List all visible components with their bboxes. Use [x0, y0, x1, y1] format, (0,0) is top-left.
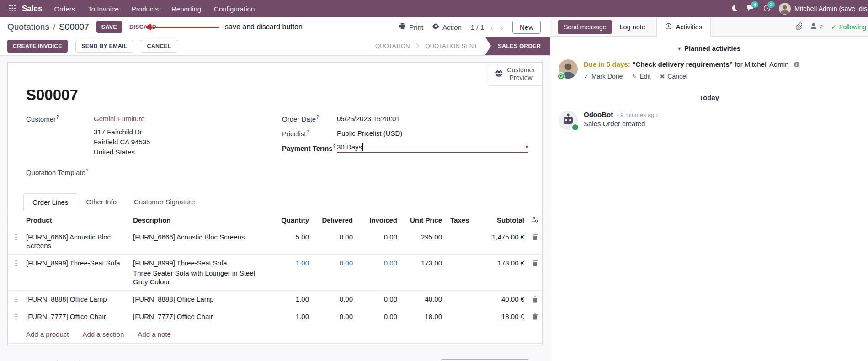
message-author[interactable]: OdooBot — [584, 111, 613, 118]
new-record-button[interactable]: New — [512, 21, 541, 34]
order-line-row[interactable]: [FURN_7777] Office Chair [FURN_7777] Off… — [8, 308, 542, 325]
description-cell[interactable]: [FURN_8999] Three-Seat SofaThree Seater … — [133, 259, 269, 286]
header-quantity[interactable]: Quantity — [269, 216, 313, 224]
tab-other-info[interactable]: Other Info — [77, 193, 125, 211]
menu-to-invoice[interactable]: To Invoice — [81, 0, 125, 17]
text-cursor — [362, 143, 363, 151]
product-cell[interactable]: [FURN_8888] Office Lamp — [24, 295, 133, 303]
menu-configuration[interactable]: Configuration — [208, 0, 261, 17]
delivered-cell[interactable]: 0.00 — [313, 312, 357, 321]
invoiced-cell[interactable]: 0.00 — [357, 259, 401, 267]
delete-line-icon[interactable] — [528, 233, 542, 240]
menu-orders[interactable]: Orders — [48, 0, 81, 17]
description-cell[interactable]: [FURN_8888] Office Lamp — [133, 295, 269, 303]
customer-address-line: United States — [94, 147, 282, 157]
pager-next-button[interactable]: › — [500, 22, 503, 32]
payment-terms-input[interactable]: 30 Days ▾ — [337, 143, 528, 153]
unit-price-cell[interactable]: 40.00 — [401, 295, 446, 303]
apps-menu-button[interactable] — [5, 0, 19, 17]
delivered-cell[interactable]: 0.00 — [313, 233, 357, 241]
unit-price-cell[interactable]: 18.00 — [401, 312, 446, 321]
planned-activities-header[interactable]: ▾ Planned activities — [550, 45, 868, 52]
product-cell[interactable]: [FURN_6666] Acoustic Bloc Screens — [24, 233, 133, 250]
discard-button[interactable]: DISCARD — [129, 24, 156, 30]
quantity-cell[interactable]: 5.00 — [269, 233, 313, 241]
order-line-row[interactable]: [FURN_8999] Three-Seat Sofa [FURN_8999] … — [8, 255, 542, 291]
info-icon[interactable] — [793, 60, 800, 70]
product-cell[interactable]: [FURN_8999] Three-Seat Sofa — [24, 259, 133, 267]
order-line-row[interactable]: [FURN_8888] Office Lamp [FURN_8888] Offi… — [8, 291, 542, 308]
drag-handle-icon[interactable] — [8, 312, 24, 320]
invoiced-cell[interactable]: 0.00 — [357, 233, 401, 241]
quantity-cell[interactable]: 1.00 — [269, 295, 313, 303]
edit-activity-button[interactable]: ✎ Edit — [632, 73, 650, 80]
step-sales-order[interactable]: SALES ORDER — [485, 37, 550, 55]
optional-columns-icon[interactable] — [528, 216, 542, 223]
action-menu-button[interactable]: Action — [432, 23, 462, 31]
tab-order-lines[interactable]: Order Lines — [23, 193, 77, 211]
mark-done-button[interactable]: ✓ Mark Done — [584, 73, 623, 80]
order-line-row[interactable]: [FURN_6666] Acoustic Bloc Screens [FURN_… — [8, 228, 542, 255]
menu-reporting[interactable]: Reporting — [165, 0, 208, 17]
following-button[interactable]: ✓ Following — [831, 23, 866, 31]
delivered-cell[interactable]: 0.00 — [313, 259, 357, 267]
app-name[interactable]: Sales — [22, 4, 42, 13]
user-menu[interactable]: Mitchell Admin (save_discar — [779, 0, 868, 17]
cancel-order-button[interactable]: CANCEL — [141, 40, 177, 53]
cancel-activity-button[interactable]: ✖ Cancel — [660, 73, 687, 80]
add-section-link[interactable]: Add a section — [82, 330, 124, 338]
attachments-button[interactable] — [795, 22, 802, 31]
delete-line-icon[interactable] — [528, 312, 542, 320]
send-by-email-button[interactable]: SEND BY EMAIL — [75, 40, 133, 53]
activities-button[interactable]: 2 — [759, 0, 775, 17]
delete-line-icon[interactable] — [528, 295, 542, 303]
quantity-cell[interactable]: 1.00 — [269, 259, 313, 267]
header-taxes[interactable]: Taxes — [446, 216, 482, 224]
breadcrumb-quotations[interactable]: Quotations — [7, 22, 49, 32]
dark-mode-button[interactable] — [726, 0, 742, 17]
messages-button[interactable]: 4 — [742, 0, 759, 17]
send-message-button[interactable]: Send message — [558, 20, 612, 34]
step-quotation[interactable]: QUOTATION — [367, 37, 417, 55]
tab-customer-signature[interactable]: Customer Signature — [125, 193, 203, 211]
delete-line-icon[interactable] — [528, 259, 542, 266]
drag-handle-icon[interactable] — [8, 259, 24, 266]
invoiced-cell[interactable]: 0.00 — [357, 312, 401, 321]
log-note-button[interactable]: Log note — [619, 23, 645, 31]
unit-price-cell[interactable]: 295.00 — [401, 233, 446, 241]
save-button[interactable]: SAVE — [96, 21, 122, 33]
header-product[interactable]: Product — [24, 216, 133, 224]
header-invoiced[interactable]: Invoiced — [357, 216, 401, 224]
header-unit-price[interactable]: Unit Price — [401, 216, 446, 224]
add-product-link[interactable]: Add a product — [26, 330, 69, 338]
header-description[interactable]: Description — [133, 216, 269, 224]
subtotal-cell: 1,475.00 € — [482, 233, 528, 241]
customer-address-line: Fairfield CA 94535 — [94, 137, 282, 147]
step-quotation-sent[interactable]: QUOTATION SENT — [417, 37, 485, 55]
create-invoice-button[interactable]: CREATE INVOICE — [7, 40, 68, 53]
followers-button[interactable]: 2 — [810, 23, 823, 31]
description-cell[interactable]: [FURN_7777] Office Chair — [133, 312, 269, 321]
activity-avatar — [559, 59, 578, 79]
unit-price-cell[interactable]: 173.00 — [401, 259, 446, 267]
delivered-cell[interactable]: 0.00 — [313, 295, 357, 303]
product-cell[interactable]: [FURN_7777] Office Chair — [24, 312, 133, 321]
customer-preview-button[interactable]: Customer Preview — [489, 63, 542, 86]
dropdown-caret-icon[interactable]: ▾ — [525, 143, 528, 150]
add-note-link[interactable]: Add a note — [138, 330, 171, 338]
order-date-value[interactable]: 05/25/2023 15:40:01 — [337, 115, 400, 122]
description-cell[interactable]: [FURN_6666] Acoustic Bloc Screens — [133, 233, 269, 241]
drag-handle-icon[interactable] — [8, 233, 24, 240]
invoiced-cell[interactable]: 0.00 — [357, 295, 401, 303]
pager-previous-button[interactable]: ‹ — [490, 22, 494, 32]
header-delivered[interactable]: Delivered — [313, 216, 357, 224]
customer-field-value[interactable]: Gemini Furniture — [94, 115, 145, 123]
pricelist-value[interactable]: Public Pricelist (USD) — [337, 129, 402, 137]
header-subtotal[interactable]: Subtotal — [482, 216, 528, 224]
terms-placeholder[interactable]: Terms and conditions... — [26, 359, 96, 361]
menu-products[interactable]: Products — [125, 0, 165, 17]
drag-handle-icon[interactable] — [8, 295, 24, 303]
print-button[interactable]: Print — [399, 23, 423, 31]
quantity-cell[interactable]: 1.00 — [269, 312, 313, 321]
activities-tab[interactable]: Activities — [656, 17, 711, 37]
